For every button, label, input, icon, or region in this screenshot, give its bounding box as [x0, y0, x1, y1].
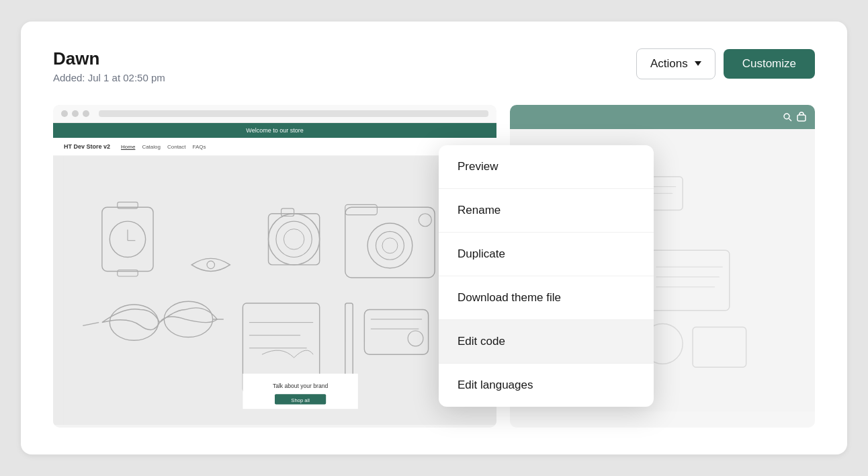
- dropdown-item-preview[interactable]: Preview: [439, 145, 654, 189]
- nav-link-faqs: FAQs: [193, 144, 206, 150]
- dropdown-item-download-label: Download theme file: [458, 291, 561, 304]
- dropdown-item-rename-label: Rename: [458, 204, 501, 216]
- theme-info: Dawn Added: Jul 1 at 02:50 pm: [53, 48, 165, 83]
- dropdown-item-edit-languages[interactable]: Edit languages: [439, 364, 654, 407]
- dropdown-item-duplicate[interactable]: Duplicate: [439, 233, 654, 276]
- card-header: Dawn Added: Jul 1 at 02:50 pm Actions Cu…: [53, 48, 815, 83]
- actions-label: Actions: [650, 57, 688, 71]
- theme-card: Dawn Added: Jul 1 at 02:50 pm Actions Cu…: [21, 22, 847, 454]
- header-buttons: Actions Customize: [636, 48, 815, 79]
- theme-date: Added: Jul 1 at 02:50 pm: [53, 72, 165, 83]
- svg-rect-39: [797, 115, 806, 121]
- preview-image-area: Talk about your brand Shop all: [53, 156, 496, 425]
- cart-icon: [796, 112, 807, 122]
- store-header: HT Dev Store v2 Home Catalog Contact FAQ…: [53, 138, 496, 156]
- dropdown-item-edit-code-label: Edit code: [458, 335, 505, 348]
- svg-point-37: [784, 114, 789, 119]
- actions-button[interactable]: Actions: [636, 48, 715, 79]
- content-area: Welcome to our store HT Dev Store v2 Hom…: [53, 105, 815, 428]
- nav-link-contact: Contact: [167, 144, 186, 150]
- browser-url-bar: [99, 110, 488, 117]
- svg-text:Shop all: Shop all: [291, 397, 310, 403]
- customize-button[interactable]: Customize: [724, 49, 815, 79]
- browser-dot-3: [83, 110, 89, 117]
- browser-dot-2: [72, 110, 79, 117]
- dropdown-item-download-theme-file[interactable]: Download theme file: [439, 276, 654, 320]
- theme-title: Dawn: [53, 48, 165, 69]
- actions-dropdown: Preview Rename Duplicate Download theme …: [439, 145, 654, 407]
- browser-dot-1: [61, 110, 68, 117]
- store-nav-links: Home Catalog Contact FAQs: [121, 144, 206, 150]
- preview-illustration: Talk about your brand Shop all: [53, 156, 496, 425]
- dropdown-item-duplicate-label: Duplicate: [458, 247, 505, 260]
- dropdown-item-edit-languages-label: Edit languages: [458, 379, 533, 391]
- svg-text:Talk about your brand: Talk about your brand: [273, 383, 329, 389]
- welcome-text: Welcome to our store: [246, 127, 303, 134]
- theme-preview-main: Welcome to our store HT Dev Store v2 Hom…: [53, 105, 496, 428]
- svg-line-38: [789, 119, 792, 122]
- search-icon: [782, 112, 793, 122]
- nav-link-home: Home: [121, 144, 135, 150]
- nav-link-catalog: Catalog: [142, 144, 161, 150]
- dropdown-item-preview-label: Preview: [458, 160, 498, 173]
- chevron-down-icon: [695, 61, 701, 66]
- store-welcome-bar: Welcome to our store: [53, 123, 496, 138]
- dropdown-item-rename[interactable]: Rename: [439, 189, 654, 233]
- dropdown-item-edit-code[interactable]: Edit code: [439, 320, 654, 364]
- browser-bar: [53, 105, 496, 123]
- store-logo: HT Dev Store v2: [64, 143, 110, 150]
